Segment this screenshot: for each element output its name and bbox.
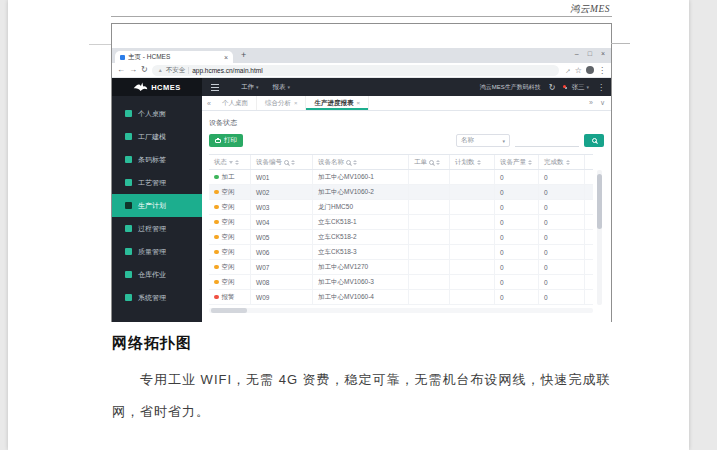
search-icon <box>592 138 597 143</box>
forward-icon[interactable]: → <box>129 66 137 74</box>
tabs-scroll-left-icon[interactable]: « <box>207 100 211 107</box>
table-row[interactable]: 空闲 W02 加工中心MV1060-2 0 0 <box>209 185 593 200</box>
sidebar-item[interactable]: 过程管理 <box>112 217 202 240</box>
status-label: 加工 <box>222 173 235 182</box>
column-header-done[interactable]: 完成数 <box>539 155 585 169</box>
send-to-device-icon[interactable]: → <box>561 64 573 76</box>
tabs-scroll-right-icon[interactable]: » <box>589 99 593 107</box>
filter-field-select[interactable]: 名称 ▾ <box>456 134 510 147</box>
new-tab-button[interactable]: + <box>241 50 246 60</box>
column-header-plan[interactable]: 计划数 <box>450 155 495 169</box>
search-button[interactable] <box>584 134 604 147</box>
tab-close-icon[interactable]: × <box>356 100 360 106</box>
horizontal-scrollbar-thumb[interactable] <box>211 308 247 313</box>
desktop-icon <box>125 110 132 117</box>
browser-tab[interactable]: 主页 - HCMES × <box>115 51 233 63</box>
column-header-code[interactable]: 设备编号 <box>251 155 313 169</box>
tab-close-icon[interactable]: × <box>224 54 228 61</box>
address-bar[interactable]: ▲ 不安全 app.hcmes.cn/main.html <box>152 65 559 76</box>
sidebar-item[interactable]: 工厂建模 <box>112 125 202 148</box>
work-order-cell <box>409 170 450 184</box>
table-row[interactable]: 空闲 W04 立车CK518-1 0 0 <box>209 215 593 230</box>
plan-qty-cell <box>450 170 495 184</box>
menu-work[interactable]: 工作 ▾ <box>241 83 259 92</box>
app-more-icon[interactable]: ⋮ <box>597 83 605 92</box>
status-dot <box>214 280 219 285</box>
column-header-name[interactable]: 设备名称 <box>313 155 409 169</box>
window-maximize-button[interactable]: □ <box>588 50 592 57</box>
column-search-icon[interactable] <box>429 160 434 165</box>
back-icon[interactable]: ← <box>117 66 125 74</box>
sort-icon[interactable] <box>235 160 239 165</box>
column-header-output[interactable]: 设备产量 <box>495 155 539 169</box>
table-row[interactable]: 空闲 W07 加工中心MV1270 0 0 <box>209 260 593 275</box>
search-input[interactable] <box>515 134 579 147</box>
column-search-icon[interactable] <box>284 160 289 165</box>
column-search-icon[interactable] <box>346 160 351 165</box>
filter-field-label: 名称 <box>461 136 474 145</box>
workspace-tab[interactable]: 综合分析 × <box>257 96 307 110</box>
user-menu[interactable]: 张三 ▾ <box>571 83 589 92</box>
sidebar-item-label: 质量管理 <box>138 247 166 257</box>
device-status-panel: 设备状态 打印 名称 ▾ <box>202 111 611 322</box>
reload-icon[interactable]: ↻ <box>141 66 148 74</box>
sort-icon[interactable] <box>566 160 570 165</box>
bookmark-star-icon[interactable]: ☆ <box>575 66 582 75</box>
sidebar-item[interactable]: 个人桌面 <box>112 102 202 125</box>
table-row[interactable]: 空闲 W03 龙门HMC50 0 0 <box>209 200 593 215</box>
plan-qty-cell <box>450 215 495 229</box>
sidebar-item-label: 仓库作业 <box>138 270 166 280</box>
panel-title: 设备状态 <box>209 118 604 128</box>
app-refresh-icon[interactable]: ↻ <box>549 83 556 92</box>
table-row[interactable]: 加工 W01 加工中心MV1060-1 0 0 <box>209 170 593 185</box>
column-header-order[interactable]: 工单 <box>409 155 450 169</box>
plan-qty-cell <box>450 290 495 304</box>
workspace-tab-label: 生产进度报表 <box>314 99 353 108</box>
device-name-cell: 龙门HMC50 <box>313 200 409 214</box>
status-dot <box>214 190 219 195</box>
device-name-cell: 立车CK518-1 <box>313 215 409 229</box>
vertical-scrollbar-thumb[interactable] <box>597 174 602 229</box>
device-name-cell: 加工中心MV1060-4 <box>313 290 409 304</box>
hamburger-icon[interactable] <box>211 84 219 91</box>
sidebar-item-label: 生产计划 <box>138 201 166 211</box>
browser-profile-icon[interactable] <box>586 66 594 74</box>
tab-close-icon[interactable]: × <box>294 100 298 106</box>
device-code-cell: W02 <box>251 185 313 199</box>
browser-menu-icon[interactable]: ⋮ <box>598 66 606 75</box>
status-dot <box>214 250 219 255</box>
column-header-status[interactable]: 状态 <box>209 155 251 169</box>
table-row[interactable]: 报警 W09 加工中心MV1060-4 0 0 <box>209 290 593 305</box>
sidebar-item[interactable]: 条码标签 <box>112 148 202 171</box>
sort-icon[interactable] <box>436 160 440 165</box>
window-minimize-button[interactable]: – <box>575 50 579 57</box>
sort-icon[interactable] <box>477 160 481 165</box>
filter-funnel-icon[interactable] <box>229 161 233 164</box>
app-logo[interactable]: HCMES <box>112 78 202 96</box>
horizontal-scrollbar[interactable] <box>209 308 593 313</box>
document-header-brand: 鸿云MES <box>500 3 610 16</box>
table-row[interactable]: 空闲 W06 立车CK518-3 0 0 <box>209 245 593 260</box>
sidebar-item[interactable]: 系统管理 <box>112 286 202 309</box>
table-row[interactable]: 空闲 W05 立车CK518-2 0 0 <box>209 230 593 245</box>
system-icon <box>125 294 132 301</box>
window-close-button[interactable]: × <box>601 50 605 57</box>
sort-icon[interactable] <box>291 160 295 165</box>
workspace-tabbar: « 个人桌面 × 综合分析 × <box>202 96 611 111</box>
workspace-tab[interactable]: 生产进度报表 × <box>306 96 369 110</box>
sort-icon[interactable] <box>528 160 532 165</box>
tabs-collapse-icon[interactable]: ∨ <box>600 99 605 107</box>
table-row[interactable]: 空闲 W08 加工中心MV1060-3 0 0 <box>209 275 593 290</box>
sidebar-item[interactable]: 仓库作业 <box>112 263 202 286</box>
sidebar-item[interactable]: 质量管理 <box>112 240 202 263</box>
vertical-scrollbar[interactable] <box>597 170 602 305</box>
sort-icon[interactable] <box>353 160 357 165</box>
menu-report[interactable]: 报表 ▾ <box>273 83 291 92</box>
sidebar-item[interactable]: 工艺管理 <box>112 171 202 194</box>
sidebar-item[interactable]: 生产计划 <box>112 194 202 217</box>
workspace-tab[interactable]: 个人桌面 × <box>214 96 257 110</box>
favicon-hcmes <box>120 55 125 60</box>
sidebar-item-label: 工厂建模 <box>138 132 166 142</box>
print-button[interactable]: 打印 <box>209 134 243 147</box>
work-order-cell <box>409 215 450 229</box>
